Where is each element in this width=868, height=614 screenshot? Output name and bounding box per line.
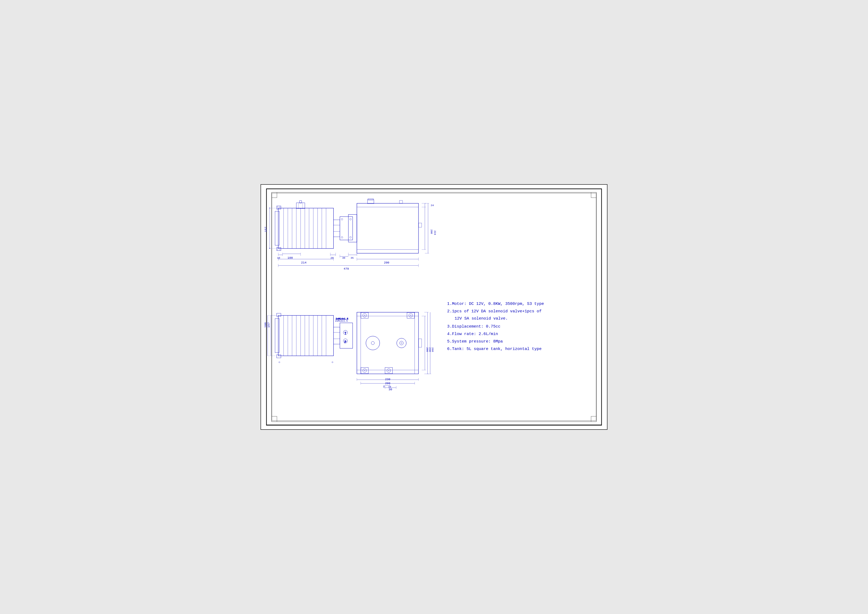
svg-text:479: 479 <box>344 267 349 271</box>
spec-line5: 5.System pressure: 8Mpa <box>447 339 503 344</box>
svg-point-125 <box>401 343 402 344</box>
svg-point-131 <box>387 369 391 372</box>
svg-text:224: 224 <box>434 230 436 235</box>
svg-point-31 <box>341 237 343 238</box>
svg-rect-24 <box>299 201 302 203</box>
svg-point-116 <box>363 313 366 317</box>
svg-rect-127 <box>361 367 368 374</box>
svg-text:9: 9 <box>383 386 384 388</box>
svg-point-122 <box>371 341 375 345</box>
svg-text:35: 35 <box>350 257 353 260</box>
svg-rect-21 <box>296 203 305 209</box>
svg-text:10: 10 <box>277 257 280 260</box>
drawing-page: 157 10 100 20 214 35 30 200 479 24 200 2… <box>260 184 608 429</box>
svg-point-132 <box>388 370 389 371</box>
svg-point-29 <box>341 219 343 220</box>
svg-rect-1 <box>272 193 596 421</box>
svg-rect-34 <box>357 203 418 253</box>
svg-rect-130 <box>385 367 393 374</box>
svg-rect-39 <box>399 200 403 203</box>
svg-text:230: 230 <box>428 347 431 352</box>
svg-point-129 <box>364 370 365 371</box>
svg-rect-2 <box>278 208 334 248</box>
svg-rect-38 <box>368 198 374 200</box>
svg-rect-126 <box>418 339 422 347</box>
svg-rect-110 <box>357 312 418 374</box>
svg-text:157: 157 <box>264 226 267 232</box>
spec-line6: 6.Tank: 5L square tank, horizontal type <box>447 347 542 351</box>
svg-rect-16 <box>277 248 281 251</box>
svg-rect-40 <box>418 223 422 228</box>
svg-text:T: T <box>344 332 346 336</box>
svg-text:200: 200 <box>426 347 429 352</box>
svg-text:100: 100 <box>287 257 293 260</box>
svg-point-121 <box>366 336 380 350</box>
svg-text:200: 200 <box>384 261 389 264</box>
svg-text:186: 186 <box>264 323 267 328</box>
svg-text:200: 200 <box>430 229 433 234</box>
svg-point-30 <box>350 219 351 220</box>
svg-rect-99 <box>277 313 281 316</box>
svg-text:260: 260 <box>431 347 434 352</box>
svg-text:230: 230 <box>385 378 390 381</box>
spec-line2b: 12V SA solenoid valve. <box>454 316 508 321</box>
svg-rect-86 <box>278 316 334 356</box>
svg-rect-0 <box>267 189 601 425</box>
spec-line1: 1.Motor: DC 12V, 0.8KW, 3500rpm, S3 type <box>447 301 544 306</box>
svg-rect-37 <box>367 200 374 204</box>
svg-point-123 <box>397 338 406 348</box>
spec-line3: 3.Displacement: 0.75cc <box>447 324 500 329</box>
svg-point-120 <box>410 315 411 316</box>
svg-point-32 <box>350 237 351 238</box>
svg-text:10: 10 <box>388 386 391 388</box>
svg-text:24: 24 <box>431 204 434 207</box>
svg-text:200: 200 <box>385 382 390 385</box>
svg-rect-101 <box>333 327 340 344</box>
svg-rect-25 <box>333 220 340 237</box>
svg-rect-98 <box>275 319 279 353</box>
svg-rect-15 <box>277 206 281 209</box>
svg-text:30: 30 <box>342 257 346 260</box>
svg-rect-100 <box>277 355 281 358</box>
spec-line4: 4.Flow rate: 2.6L/min <box>447 332 498 336</box>
spec-line2a: 2.1pcs of 12V DA solenoid valve+1pcs of <box>447 309 542 314</box>
svg-text:157: 157 <box>267 323 270 328</box>
svg-point-128 <box>363 369 366 372</box>
svg-text:2xM14x1.5: 2xM14x1.5 <box>335 320 347 323</box>
svg-text:214: 214 <box>301 261 307 264</box>
svg-text:20: 20 <box>330 257 334 260</box>
svg-text:P: P <box>344 340 346 344</box>
svg-point-124 <box>400 341 403 345</box>
svg-rect-14 <box>275 211 279 245</box>
svg-point-119 <box>409 313 413 317</box>
svg-point-117 <box>364 315 365 316</box>
